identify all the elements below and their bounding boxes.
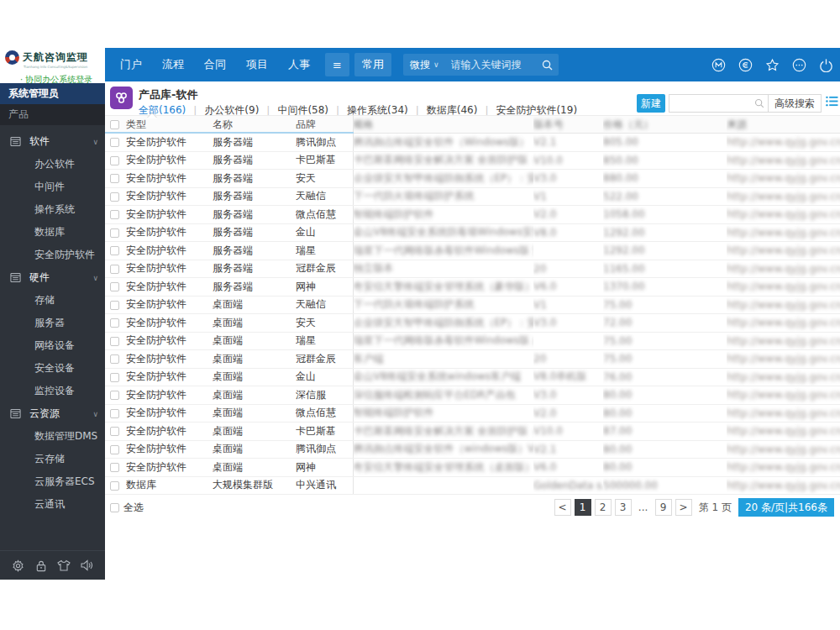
table-row[interactable]: 安全防护软件桌面端冠群金辰客户端2075.00http://www.qyjg.g… (105, 350, 840, 369)
nav-item-流程[interactable]: 流程 (152, 48, 194, 81)
table-row[interactable]: 安全防护软件桌面端金山金山V8终端安全系统windows客户端V8.0单机版76… (105, 368, 840, 386)
page-button-9[interactable]: 9 (655, 499, 672, 516)
sidebar-item-服务器[interactable]: 服务器 (0, 312, 105, 334)
search-scope-dropdown[interactable]: 微搜 ∨ (403, 54, 446, 76)
row-checkbox[interactable] (110, 391, 119, 400)
row-checkbox[interactable] (110, 318, 119, 328)
table-row[interactable]: 安全防护软件服务器端腾讯御点腾讯御点终端安全软件（Windows版）V2.180… (105, 134, 840, 152)
lock-icon[interactable] (34, 559, 48, 572)
sidebar-item-网络设备[interactable]: 网络设备 (0, 334, 105, 357)
settings-gear-icon[interactable] (12, 559, 25, 572)
search-icon[interactable] (751, 98, 768, 108)
page-button-1[interactable]: 1 (575, 499, 591, 516)
blurred-text: 奇安信天擎终端安全管理系统（豪华版） (354, 281, 534, 292)
table-row[interactable]: 数据库大规模集群版中兴通讯GoldenData s...500000.00htt… (105, 476, 840, 495)
row-checkbox[interactable] (110, 138, 119, 147)
search-icon[interactable] (537, 54, 559, 76)
cell-price: 880.00 (603, 170, 727, 188)
table-row[interactable]: 安全防护软件服务器端网神奇安信天擎终端安全管理系统（豪华版）V6.01370.0… (105, 278, 840, 297)
quick-access-button[interactable]: 常用 (354, 53, 391, 76)
nav-item-门户[interactable]: 门户 (110, 48, 152, 81)
table-row[interactable]: 安全防护软件服务器端天融信下一代防火墙终端防护系统V1522.00http://… (105, 187, 840, 206)
blurred-text: http://www.qyjg.gov.cn/sjg/ (727, 480, 840, 491)
menu-toggle-button[interactable]: ≡ (325, 53, 349, 76)
row-checkbox[interactable] (110, 192, 119, 202)
row-checkbox[interactable] (110, 210, 119, 219)
row-checkbox[interactable] (110, 409, 119, 418)
row-checkbox[interactable] (110, 463, 119, 472)
sidebar-item-数据库[interactable]: 数据库 (0, 221, 105, 244)
page-button->[interactable]: > (675, 499, 692, 516)
table-row[interactable]: 安全防护软件桌面端深信服深信服终端检测响应平台EDR产品包V3.080.00ht… (105, 386, 840, 405)
sidebar-item-操作系统[interactable]: 操作系统 (0, 198, 105, 221)
nav-item-项目[interactable]: 项目 (236, 48, 278, 81)
table-row[interactable]: 安全防护软件桌面端卡巴斯基卡巴斯基网络安全解决方案 全面防护版（10-24用户）… (105, 423, 840, 441)
sidebar-item-安全防护软件[interactable]: 安全防护软件 (0, 244, 105, 266)
cell-price: 1292.00 (603, 242, 727, 260)
power-logout-icon[interactable] (818, 57, 833, 72)
sidebar-item-云服务器ECS[interactable]: 云服务器ECS (0, 470, 105, 493)
message-m-icon[interactable] (711, 57, 726, 72)
page-size-info[interactable]: 20 条/页|共166条 (738, 498, 834, 517)
row-checkbox[interactable] (110, 174, 119, 183)
select-all-checkbox[interactable] (110, 503, 119, 512)
row-checkbox[interactable] (110, 373, 119, 382)
row-checkbox[interactable] (110, 354, 119, 364)
sidebar-item-数据管理DMS[interactable]: 数据管理DMS (0, 425, 105, 448)
sidebar-item-监控设备[interactable]: 监控设备 (0, 380, 105, 402)
row-checkbox[interactable] (110, 228, 119, 238)
row-checkbox[interactable] (110, 265, 119, 274)
sidebar-group-云资源[interactable]: 云资源∨ (0, 402, 105, 425)
row-checkbox[interactable] (110, 481, 119, 491)
table-row[interactable]: 安全防护软件服务器端安天企业级安天智甲终端防御系统（EP）：安装授权费V3.08… (105, 170, 840, 188)
sidebar-item-安全设备[interactable]: 安全设备 (0, 357, 105, 380)
row-checkbox[interactable] (110, 282, 119, 291)
new-button[interactable]: 新建 (637, 94, 665, 113)
table-row[interactable]: 安全防护软件桌面端天融信下一代防火墙终端防护系统V175.00http://ww… (105, 296, 840, 314)
header-checkbox[interactable] (110, 120, 119, 129)
speaker-volume-icon[interactable] (80, 559, 93, 572)
sidebar-section-product[interactable]: 产品 (0, 104, 105, 125)
table-row[interactable]: 安全防护软件服务器端微点佰慧智能终端防护软件V2.01058.00http://… (105, 206, 840, 224)
sidebar-item-云存储[interactable]: 云存储 (0, 448, 105, 470)
page-button-2[interactable]: 2 (595, 499, 612, 516)
favorite-star-icon[interactable] (764, 57, 780, 72)
sidebar-item-办公软件[interactable]: 办公软件 (0, 153, 105, 176)
table-row[interactable]: 安全防护软件服务器端卡巴斯基卡巴斯基网络安全解决方案 全面防护版（10-24用户… (105, 151, 840, 170)
row-checkbox[interactable] (110, 445, 119, 454)
more-options-icon[interactable] (791, 57, 806, 72)
table-search-input[interactable] (669, 95, 751, 112)
theme-shirt-icon[interactable] (57, 559, 71, 572)
nav-item-人事[interactable]: 人事 (278, 48, 320, 81)
table-row[interactable]: 安全防护软件桌面端腾讯御点腾讯御点终端安全软件（windows版）V2.1V2.… (105, 440, 840, 459)
page-button-3[interactable]: 3 (615, 499, 632, 516)
table-row[interactable]: 安全防护软件服务器端冠群金辰独立版本201165.00http://www.qy… (105, 260, 840, 278)
table-row[interactable]: 安全防护软件桌面端微点佰慧智能终端防护软件V2.080.00http://www… (105, 404, 840, 423)
row-checkbox[interactable] (110, 246, 119, 255)
cell-spec: 独立版本 (353, 260, 533, 278)
page-button-...[interactable]: ... (635, 499, 652, 516)
table-row[interactable]: 安全防护软件桌面端安天企业级安天智甲终端防御系统（EP）：安装授权费V3.072… (105, 314, 840, 333)
table-row[interactable]: 安全防护软件桌面端网神奇安信天擎终端安全管理系统（桌面版）V6.080.00ht… (105, 459, 840, 477)
nav-item-合同[interactable]: 合同 (194, 48, 236, 81)
table-row[interactable]: 安全防护软件桌面端瑞星瑞星下一代网络版杀毒软件Windows版 桌面版75.00… (105, 332, 840, 350)
table-row[interactable]: 安全防护软件服务器端金山金山V8终端安全系统防毒墙Windows安装版本V8.0… (105, 223, 840, 242)
sidebar-group-硬件[interactable]: 硬件∨ (0, 266, 105, 289)
table-row[interactable]: 安全防护软件服务器端瑞星瑞星下一代网络版杀毒软件Windows版 安装版本129… (105, 242, 840, 260)
cell-price: 1058.00 (603, 206, 727, 224)
advanced-search-button[interactable]: 高级搜索 (768, 95, 821, 112)
sidebar-group-软件[interactable]: 软件∨ (0, 130, 105, 153)
page-button-<[interactable]: < (554, 499, 571, 516)
sidebar-item-云通讯[interactable]: 云通讯 (0, 493, 105, 516)
row-checkbox[interactable] (110, 427, 119, 436)
global-search-input[interactable] (446, 54, 537, 76)
row-checkbox[interactable] (110, 301, 119, 310)
list-view-icon[interactable] (826, 96, 838, 107)
sidebar-item-中间件[interactable]: 中间件 (0, 176, 105, 198)
row-checkbox[interactable] (110, 337, 119, 346)
column-header-label: 品牌 (296, 118, 316, 130)
sidebar-item-存储[interactable]: 存储 (0, 289, 105, 312)
e-mail-icon[interactable] (738, 57, 753, 72)
blurred-text: 80.00 (603, 461, 632, 473)
row-checkbox[interactable] (110, 156, 119, 165)
